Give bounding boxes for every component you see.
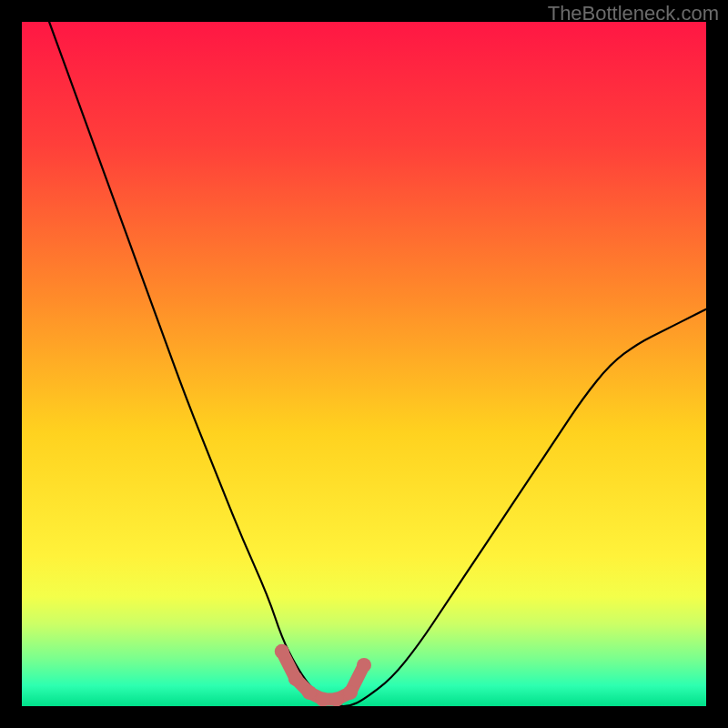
plot-area	[22, 22, 706, 706]
gradient-background	[22, 22, 706, 706]
valley-dot	[329, 692, 344, 706]
bottleneck-chart	[22, 22, 706, 706]
valley-dot	[316, 692, 330, 706]
valley-dot	[275, 644, 289, 659]
chart-frame: TheBottleneck.com	[0, 0, 728, 728]
valley-dot	[288, 672, 303, 686]
valley-dot	[357, 658, 371, 672]
valley-dot	[343, 685, 358, 700]
valley-dot	[302, 685, 317, 700]
